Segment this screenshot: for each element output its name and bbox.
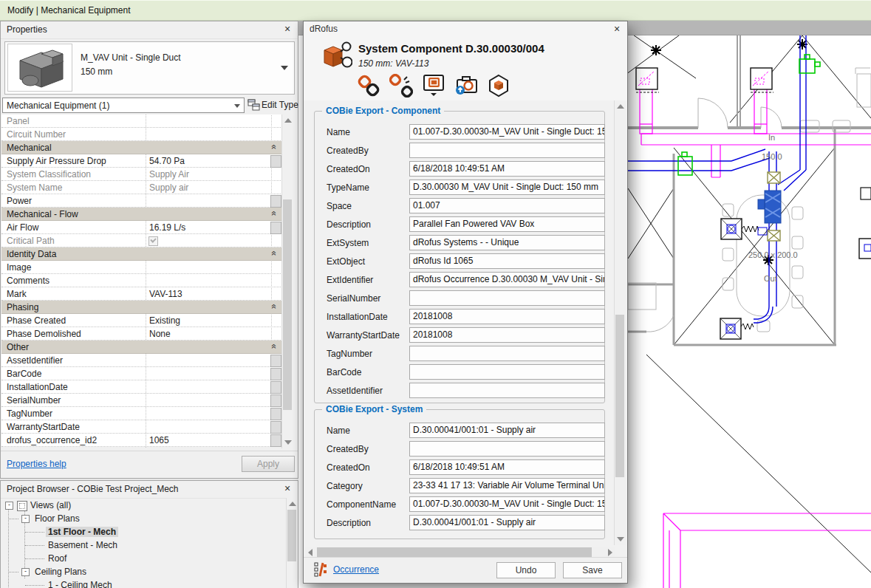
property-row[interactable]: Supply Air Pressure Drop54.70 Pa bbox=[1, 154, 282, 168]
dialog-horizontal-scrollbar[interactable] bbox=[305, 547, 615, 558]
property-row[interactable]: Phase CreatedExisting bbox=[1, 314, 282, 327]
property-row[interactable]: System ClassificationSupply Air bbox=[1, 168, 282, 181]
scroll-up-icon[interactable] bbox=[289, 502, 296, 506]
text-input[interactable] bbox=[409, 441, 605, 457]
text-input[interactable]: dRofus Occurrence D.30.00030 M_VAV Unit … bbox=[409, 272, 605, 287]
properties-scrollbar[interactable] bbox=[281, 114, 293, 448]
tree-item-1-ceiling-mech[interactable]: 1 - Ceiling Mech bbox=[2, 578, 286, 588]
dialog-footer: Occurrence Undo Save bbox=[304, 557, 627, 583]
element-filter-combo[interactable]: Mechanical Equipment (1) bbox=[2, 98, 245, 113]
text-input[interactable]: 01.007-D.30.00030-M_VAV Unit - Single Du… bbox=[409, 496, 605, 512]
text-input[interactable]: 20181008 bbox=[409, 327, 605, 343]
text-input[interactable]: 01.007-D.30.00030-M_VAV Unit - Single Du… bbox=[409, 124, 605, 140]
tree-item-roof[interactable]: Roof bbox=[2, 552, 286, 565]
scroll-right-icon[interactable] bbox=[608, 549, 612, 556]
tree-item-basement-mech[interactable]: Basement - Mech bbox=[2, 539, 286, 552]
drofus-dialog: dRofus × System Component D.30.00030/004… bbox=[303, 21, 628, 584]
property-row[interactable]: drofus_occurrence_id21065 bbox=[1, 434, 282, 447]
text-input[interactable] bbox=[409, 143, 605, 158]
property-row[interactable]: Comments bbox=[1, 274, 282, 287]
property-row[interactable]: TagNumber bbox=[1, 407, 282, 420]
close-icon[interactable]: × bbox=[611, 23, 623, 35]
collapse-box-icon[interactable]: - bbox=[5, 502, 13, 510]
text-input[interactable] bbox=[409, 346, 605, 361]
property-row[interactable]: WarrantyStartDate bbox=[1, 420, 282, 434]
property-row[interactable]: AssetIdentifier bbox=[1, 354, 282, 367]
property-row[interactable]: BarCode bbox=[1, 367, 282, 380]
occurrence-link[interactable]: Occurrence bbox=[333, 564, 379, 575]
unlink-icon[interactable] bbox=[389, 74, 413, 98]
field-row: SerialNumber bbox=[315, 290, 604, 308]
scroll-up-icon[interactable] bbox=[617, 104, 624, 109]
text-input[interactable]: 20181008 bbox=[409, 309, 605, 324]
property-group-header[interactable]: Identity Data» bbox=[1, 247, 282, 261]
project-browser-title: Project Browser - COBie Test Project_Mec… bbox=[7, 484, 179, 494]
properties-help-link[interactable]: Properties help bbox=[7, 459, 66, 469]
text-input[interactable] bbox=[409, 364, 605, 380]
text-input[interactable]: D.30.00030 M_VAV Unit - Single Duct: 150… bbox=[409, 180, 605, 195]
property-row[interactable]: Image bbox=[1, 261, 282, 274]
text-input[interactable] bbox=[409, 383, 605, 398]
collapse-box-icon[interactable]: - bbox=[21, 515, 30, 523]
property-group-header[interactable]: Phasing» bbox=[1, 301, 282, 314]
property-row[interactable]: Power bbox=[1, 194, 282, 208]
property-row[interactable]: InstallationDate bbox=[1, 380, 282, 394]
type-size-name: 150 mm bbox=[81, 66, 112, 77]
tree-item-floor-plans[interactable]: - Floor Plans bbox=[2, 512, 286, 525]
scroll-up-icon[interactable] bbox=[284, 118, 292, 123]
dialog-scrollbar[interactable] bbox=[614, 100, 626, 545]
property-row[interactable]: MarkVAV-113 bbox=[1, 287, 282, 301]
text-input[interactable]: D.30.00041/001:01 - Supply air bbox=[409, 515, 605, 530]
scroll-down-icon[interactable] bbox=[617, 537, 624, 541]
field-row: Category23-33 41 17 13: Variable Air Vol… bbox=[315, 477, 604, 496]
close-icon[interactable]: × bbox=[281, 23, 293, 35]
link-icon[interactable] bbox=[357, 74, 380, 98]
project-browser-header[interactable]: Project Browser - COBie Test Project_Mec… bbox=[1, 481, 298, 499]
property-row[interactable]: SerialNumber bbox=[1, 394, 282, 407]
screen-capture-icon[interactable] bbox=[422, 74, 445, 98]
text-input[interactable]: dRofus Systems - - Unique bbox=[409, 235, 605, 250]
property-group-header[interactable]: Mechanical» bbox=[1, 141, 282, 154]
text-input[interactable]: 6/18/2018 10:49:51 AM bbox=[409, 161, 605, 177]
field-row: ExtIdentifierdRofus Occurrence D.30.0003… bbox=[315, 271, 604, 290]
dialog-titlebar[interactable]: dRofus × bbox=[304, 21, 627, 38]
close-icon[interactable]: × bbox=[281, 482, 293, 494]
property-row[interactable]: Panel bbox=[1, 114, 282, 128]
text-input[interactable]: 6/18/2018 10:49:51 AM bbox=[409, 459, 605, 475]
scroll-down-icon[interactable] bbox=[284, 440, 292, 445]
selected-vav-unit[interactable] bbox=[758, 191, 781, 223]
edit-type-button[interactable]: Edit Type bbox=[247, 98, 298, 113]
text-input[interactable]: 23-33 41 17 13: Variable Air Volume Term… bbox=[409, 478, 605, 493]
scroll-left-icon[interactable] bbox=[308, 549, 312, 556]
apply-button[interactable]: Apply bbox=[242, 456, 295, 472]
text-input[interactable] bbox=[409, 290, 605, 306]
property-group-header[interactable]: Other» bbox=[1, 341, 282, 354]
text-input[interactable]: dRofus Id 1065 bbox=[409, 253, 605, 269]
undo-button[interactable]: Undo bbox=[496, 562, 556, 578]
camera-upload-icon[interactable] bbox=[454, 74, 478, 98]
type-selector-dropdown-icon[interactable] bbox=[281, 66, 288, 70]
text-input[interactable]: Parallel Fan Powered VAV Box bbox=[409, 216, 605, 232]
collapse-box-icon[interactable]: - bbox=[21, 568, 30, 576]
properties-header[interactable]: Properties × bbox=[1, 21, 298, 39]
tree-item-views-all[interactable]: - Views (all) bbox=[2, 499, 286, 512]
text-input[interactable]: D.30.00041/001:01 - Supply air bbox=[409, 423, 605, 438]
browser-scrollbar[interactable] bbox=[286, 498, 298, 588]
property-group-header[interactable]: Mechanical - Flow» bbox=[1, 208, 282, 221]
field-row: Name01.007-D.30.00030-M_VAV Unit - Singl… bbox=[315, 123, 604, 142]
contextual-tab-label: Modify | Mechanical Equipment bbox=[7, 5, 131, 16]
type-selector[interactable]: M_VAV Unit - Single Duct 150 mm bbox=[4, 41, 295, 95]
occurrence-icon bbox=[314, 562, 329, 578]
property-row[interactable]: Phase DemolishedNone bbox=[1, 327, 282, 341]
property-row[interactable]: System NameSupply air bbox=[1, 181, 282, 194]
critical-path-checkbox[interactable] bbox=[148, 236, 158, 246]
save-button[interactable]: Save bbox=[563, 562, 622, 578]
property-row[interactable]: Circuit Number bbox=[1, 128, 282, 141]
property-row[interactable]: Air Flow16.19 L/s bbox=[1, 221, 282, 234]
tree-item-1st-floor-mech[interactable]: 1st Floor - Mech bbox=[2, 525, 286, 539]
property-row[interactable]: Critical Path bbox=[1, 234, 282, 247]
model-box-icon[interactable] bbox=[487, 74, 510, 98]
text-input[interactable]: 01.007 bbox=[409, 198, 605, 213]
tree-item-ceiling-plans[interactable]: - Ceiling Plans bbox=[2, 565, 286, 578]
cobie-system-group: COBie Export - System NameD.30.00041/001… bbox=[314, 409, 605, 539]
